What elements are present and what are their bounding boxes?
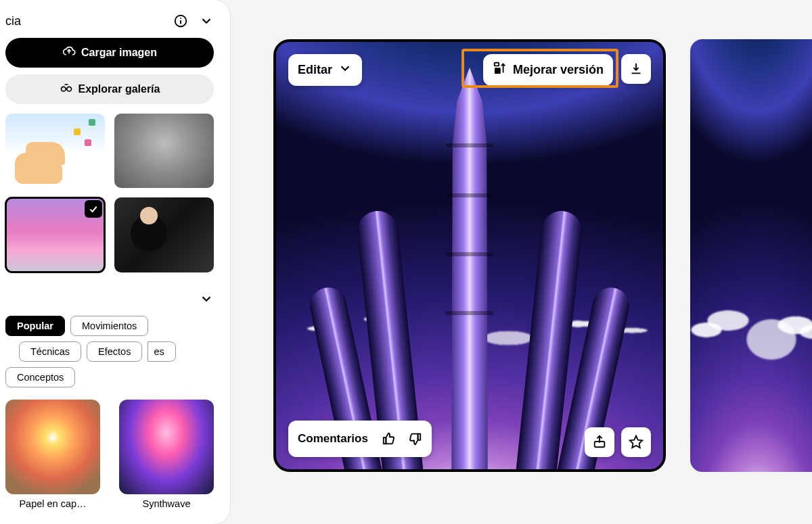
reference-thumb[interactable] [5, 114, 105, 188]
svg-point-11 [499, 70, 500, 72]
info-icon[interactable] [173, 14, 188, 28]
style-item[interactable]: Hiperrealista [119, 519, 214, 525]
style-item[interactable]: Synthwave [119, 400, 214, 509]
svg-point-4 [66, 87, 71, 91]
svg-point-7 [497, 68, 498, 70]
style-thumb [5, 400, 100, 494]
improve-version-button[interactable]: Mejorar versión [483, 54, 613, 86]
styles-section-header [5, 291, 214, 306]
explore-gallery-label: Explorar galería [78, 83, 160, 95]
decorative-clouds [690, 273, 812, 368]
chevron-down-icon[interactable] [199, 291, 214, 306]
svg-point-8 [499, 68, 500, 70]
svg-rect-19 [418, 434, 421, 440]
svg-point-13 [497, 72, 498, 74]
chevron-down-icon [338, 61, 353, 79]
upload-image-button[interactable]: Cargar imagen [5, 38, 214, 68]
svg-rect-5 [495, 63, 499, 66]
style-label: Papel en cap… [5, 498, 100, 509]
cloud-upload-icon [62, 45, 76, 61]
download-icon [629, 61, 644, 78]
edit-label: Editar [298, 63, 332, 77]
svg-point-9 [495, 70, 497, 72]
tag-popular[interactable]: Popular [5, 316, 65, 336]
svg-point-2 [180, 18, 181, 19]
upload-image-label: Cargar imagen [81, 47, 157, 59]
thumbs-up-button[interactable] [378, 427, 401, 450]
tag-partial[interactable]: es [148, 341, 175, 362]
svg-marker-22 [630, 435, 642, 447]
comments-label: Comentarios [298, 432, 368, 446]
style-thumb [119, 400, 214, 494]
feedback-pill: Comentarios [288, 421, 432, 457]
svg-point-3 [61, 87, 66, 91]
style-label: Synthwave [119, 498, 214, 509]
canvas-area: Editar Mejorar versión [273, 39, 812, 472]
svg-point-14 [499, 72, 500, 74]
tag-tecnicas[interactable]: Técnicas [19, 341, 81, 362]
favorite-button[interactable] [621, 427, 651, 457]
style-grid: Papel en cap… Synthwave Ilustración di… … [5, 400, 214, 525]
svg-point-6 [495, 68, 497, 70]
check-icon [85, 200, 102, 218]
style-tags-row: Popular Movimientos Técnicas Efectos es … [5, 316, 214, 387]
binoculars-icon [60, 81, 73, 97]
share-button[interactable] [585, 427, 614, 457]
sidebar: cia Cargar imagen Explorar galería [0, 0, 230, 524]
explore-gallery-button[interactable]: Explorar galería [5, 74, 214, 104]
improve-version-label: Mejorar versión [513, 63, 604, 77]
reference-section-header: cia [5, 14, 214, 28]
decorative-rocket [375, 68, 564, 472]
reference-thumb[interactable] [5, 197, 105, 272]
reference-thumb-grid [5, 114, 214, 272]
generated-image-card-next[interactable] [690, 39, 812, 472]
upscale-icon [493, 61, 508, 79]
svg-point-10 [497, 70, 498, 72]
generated-image-card[interactable]: Editar Mejorar versión [273, 39, 666, 472]
svg-point-12 [495, 72, 497, 74]
reference-title: cia [5, 14, 173, 28]
tag-conceptos[interactable]: Conceptos [5, 367, 75, 387]
style-item[interactable]: Ilustración di… [5, 519, 100, 525]
tag-efectos[interactable]: Efectos [87, 341, 142, 362]
svg-rect-18 [384, 437, 386, 444]
reference-thumb[interactable] [114, 197, 214, 272]
share-icon [592, 434, 607, 451]
download-button[interactable] [621, 54, 651, 84]
reference-thumb[interactable] [114, 114, 214, 188]
style-item[interactable]: Papel en cap… [5, 400, 100, 509]
edit-button[interactable]: Editar [288, 54, 362, 86]
tag-movimientos[interactable]: Movimientos [70, 316, 148, 336]
thumbs-down-button[interactable] [403, 427, 426, 450]
star-icon [629, 434, 644, 451]
chevron-down-icon[interactable] [199, 14, 214, 28]
